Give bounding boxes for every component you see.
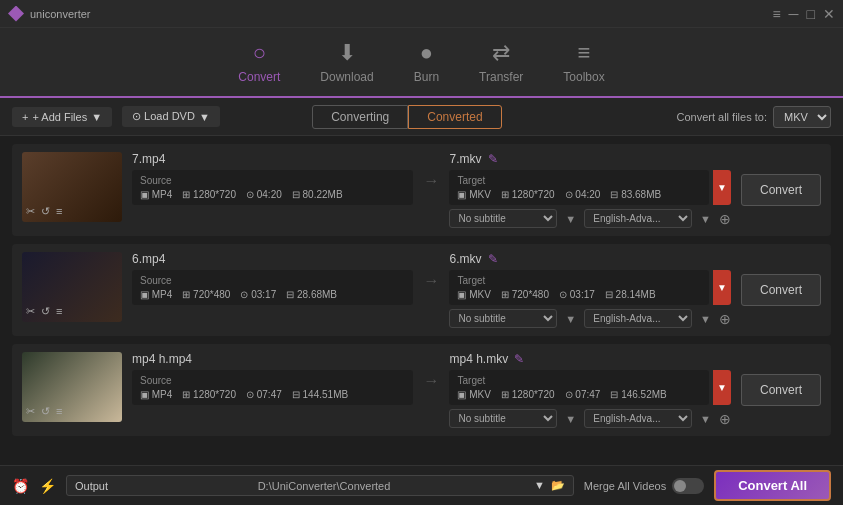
cut-icon[interactable]: ✂ xyxy=(26,205,35,218)
subtitle-dropdown-icon[interactable]: ▼ xyxy=(565,213,576,225)
settings-icon[interactable]: ≡ xyxy=(56,405,62,418)
audio-select-file3[interactable]: English-Adva... xyxy=(584,409,692,428)
subtitle-select-file1[interactable]: No subtitle xyxy=(449,209,557,228)
add-audio-icon-file3[interactable]: ⊕ xyxy=(719,411,731,427)
format-select[interactable]: MKV MP4 AVI xyxy=(773,106,831,128)
tab-converted[interactable]: Converted xyxy=(408,105,501,129)
source-dur: ⊙ 07:47 xyxy=(246,389,282,400)
edit-icon-file1[interactable]: ✎ xyxy=(488,152,498,166)
convert-all-button[interactable]: Convert All xyxy=(714,470,831,501)
audio-select-file2[interactable]: English-Adva... xyxy=(584,309,692,328)
audio-dropdown-icon[interactable]: ▼ xyxy=(700,213,711,225)
target-stats-file1: ▣ MKV ⊞ 1280*720 ⊙ 04:20 ⊟ 83.68MB xyxy=(457,189,700,200)
audio-dropdown-icon[interactable]: ▼ xyxy=(700,313,711,325)
source-res: ⊞ 1280*720 xyxy=(182,189,236,200)
arrow-file3: → xyxy=(423,352,439,390)
title-bar: uniconverter ≡ ─ □ ✕ xyxy=(0,0,843,28)
source-stats-file3: ▣ MP4 ⊞ 1280*720 ⊙ 07:47 ⊟ 144.51MB xyxy=(140,389,405,400)
dvd-dropdown-icon[interactable]: ▼ xyxy=(199,111,210,123)
trim-icon[interactable]: ↺ xyxy=(41,205,50,218)
output-label: Output xyxy=(75,480,114,492)
settings-icon[interactable]: ≡ xyxy=(56,205,62,218)
load-dvd-button[interactable]: ⊙ Load DVD ▼ xyxy=(122,106,220,127)
nav-download[interactable]: ⬇ Download xyxy=(320,40,373,84)
audio-select-file1[interactable]: English-Adva... xyxy=(584,209,692,228)
source-label: Source xyxy=(140,375,405,386)
source-name-file2: 6.mp4 xyxy=(132,252,413,266)
add-dropdown-icon[interactable]: ▼ xyxy=(91,111,102,123)
trim-icon[interactable]: ↺ xyxy=(41,305,50,318)
convert-icon: ○ xyxy=(253,40,266,66)
source-format: ▣ MP4 xyxy=(140,189,172,200)
merge-label: Merge All Videos xyxy=(584,480,666,492)
target-name-file1: 7.mkv xyxy=(449,152,481,166)
source-format: ▣ MP4 xyxy=(140,389,172,400)
subtitle-dropdown-icon[interactable]: ▼ xyxy=(565,413,576,425)
subtitle-dropdown-icon[interactable]: ▼ xyxy=(565,313,576,325)
minimize-button[interactable]: ─ xyxy=(789,6,799,22)
nav-burn-label: Burn xyxy=(414,70,439,84)
tab-group: Converting Converted xyxy=(312,105,501,129)
speed-icon[interactable]: ⚡ xyxy=(39,478,56,494)
cut-icon[interactable]: ✂ xyxy=(26,405,35,418)
close-button[interactable]: ✕ xyxy=(823,6,835,22)
subtitle-row-file3: No subtitle ▼ English-Adva... ▼ ⊕ xyxy=(449,409,730,428)
nav-burn[interactable]: ● Burn xyxy=(414,40,439,84)
arrow-icon: → xyxy=(423,172,439,190)
edit-icon-file2[interactable]: ✎ xyxy=(488,252,498,266)
bottom-bar: ⏰ ⚡ Output D:\UniConverter\Converted ▼ 📂… xyxy=(0,465,843,505)
edit-icon-file3[interactable]: ✎ xyxy=(514,352,524,366)
dropdown-arrow: ▼ xyxy=(717,282,727,293)
target-label: Target xyxy=(457,175,700,186)
nav-transfer[interactable]: ⇄ Transfer xyxy=(479,40,523,84)
audio-dropdown-icon[interactable]: ▼ xyxy=(700,413,711,425)
source-size: ⊟ 144.51MB xyxy=(292,389,348,400)
arrow-icon: → xyxy=(423,372,439,390)
file-info-file2: 6.mp4 Source ▣ MP4 ⊞ 720*480 ⊙ 03:17 ⊟ 2… xyxy=(132,252,413,305)
arrow-file1: → xyxy=(423,152,439,190)
path-dropdown-icon[interactable]: ▼ xyxy=(534,479,545,492)
add-audio-icon-file2[interactable]: ⊕ xyxy=(719,311,731,327)
folder-icon[interactable]: 📂 xyxy=(551,479,565,492)
title-bar-left: uniconverter xyxy=(8,6,91,22)
app-title: uniconverter xyxy=(30,8,91,20)
target-dur: ⊙ 07:47 xyxy=(565,389,601,400)
maximize-button[interactable]: □ xyxy=(807,6,815,22)
output-path-icons: ▼ 📂 xyxy=(534,479,565,492)
nav-convert[interactable]: ○ Convert xyxy=(238,40,280,84)
add-audio-icon-file1[interactable]: ⊕ xyxy=(719,211,731,227)
subtitle-select-file2[interactable]: No subtitle xyxy=(449,309,557,328)
menu-icon[interactable]: ≡ xyxy=(772,6,780,22)
nav-toolbox[interactable]: ≡ Toolbox xyxy=(563,40,604,84)
target-area-file3: mp4 h.mkv ✎ Target ▣ MKV ⊞ 1280*720 ⊙ 07… xyxy=(449,352,730,428)
source-block-file1: Source ▣ MP4 ⊞ 1280*720 ⊙ 04:20 ⊟ 80.22M… xyxy=(132,170,413,205)
settings-icon[interactable]: ≡ xyxy=(56,305,62,318)
target-dropdown-file1[interactable]: ▼ xyxy=(713,170,731,205)
transfer-icon: ⇄ xyxy=(492,40,510,66)
dropdown-arrow: ▼ xyxy=(717,382,727,393)
merge-toggle-switch[interactable] xyxy=(672,478,704,494)
nav-transfer-label: Transfer xyxy=(479,70,523,84)
subtitle-select-file3[interactable]: No subtitle xyxy=(449,409,557,428)
window-controls[interactable]: ≡ ─ □ ✕ xyxy=(772,6,835,22)
add-files-button[interactable]: + + Add Files ▼ xyxy=(12,107,112,127)
convert-button-file3[interactable]: Convert xyxy=(741,374,821,406)
convert-button-file2[interactable]: Convert xyxy=(741,274,821,306)
file-info-file3: mp4 h.mp4 Source ▣ MP4 ⊞ 1280*720 ⊙ 07:4… xyxy=(132,352,413,405)
target-name-row-file1: 7.mkv ✎ xyxy=(449,152,730,166)
target-dropdown-file3[interactable]: ▼ xyxy=(713,370,731,405)
convert-all-files-section: Convert all files to: MKV MP4 AVI xyxy=(676,106,830,128)
convert-button-file1[interactable]: Convert xyxy=(741,174,821,206)
output-path-field[interactable]: Output D:\UniConverter\Converted ▼ 📂 xyxy=(66,475,574,496)
target-dur: ⊙ 04:20 xyxy=(565,189,601,200)
source-name-file3: mp4 h.mp4 xyxy=(132,352,413,366)
target-dropdown-file2[interactable]: ▼ xyxy=(713,270,731,305)
output-path-text: D:\UniConverter\Converted xyxy=(258,480,391,492)
bottom-icons: ⏰ ⚡ xyxy=(12,478,56,494)
source-format: ▣ MP4 xyxy=(140,289,172,300)
history-icon[interactable]: ⏰ xyxy=(12,478,29,494)
tab-converting[interactable]: Converting xyxy=(312,105,408,129)
trim-icon[interactable]: ↺ xyxy=(41,405,50,418)
nav-bar: ○ Convert ⬇ Download ● Burn ⇄ Transfer ≡… xyxy=(0,28,843,98)
cut-icon[interactable]: ✂ xyxy=(26,305,35,318)
